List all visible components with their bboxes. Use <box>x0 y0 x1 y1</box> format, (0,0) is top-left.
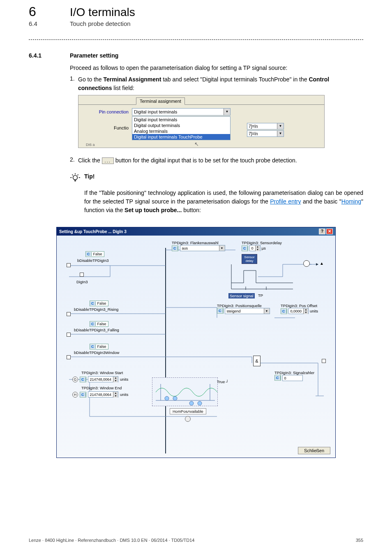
badge-h: H <box>72 392 78 398</box>
unit-label: units <box>310 309 318 313</box>
dropdown-flankenauswahl[interactable]: aus▼ <box>180 245 225 251</box>
dropdown-small[interactable]: 7]=In ▼ <box>247 130 284 137</box>
signal-label: DigIn3 <box>76 280 88 284</box>
port-icon <box>67 355 71 359</box>
tip-body: If the "Table positioning" technology ap… <box>84 189 363 215</box>
link-profile-entry[interactable]: Profile entry <box>270 198 301 205</box>
c-indicator: CFalse <box>90 344 108 349</box>
text: Go to the <box>78 76 103 83</box>
unit-label: units <box>120 377 128 382</box>
chevron-down-icon: ▼ <box>224 109 230 115</box>
label-hompos: HomPosAvailable <box>170 408 206 414</box>
dialog-title: Setting &up TouchProbe ... DigIn 3 <box>59 229 127 234</box>
label-pos-offset: TPDigIn3: Pos Offset <box>281 303 318 308</box>
c-indicator: CFalse <box>85 251 104 257</box>
touchprobe-dialog: Setting &up TouchProbe ... DigIn 3 ?✕ <box>56 227 336 458</box>
and-gate-icon: & <box>253 356 261 366</box>
port-icon <box>67 263 71 267</box>
divider <box>29 39 363 40</box>
spinner-sensordelay[interactable]: 0▲▼ <box>249 245 261 251</box>
step-number: 2. <box>70 156 78 163</box>
label-window-start: TPDigIn3: Window Start <box>81 370 123 375</box>
c-indicator: C <box>172 245 178 251</box>
signal-label: bDisableTPDigIn3_Falling <box>74 328 119 332</box>
unit-label: units <box>120 392 128 397</box>
dropdown-value: 7]=In <box>249 132 258 136</box>
page-number: 355 <box>356 538 363 543</box>
text: button for the digital input that is to … <box>115 157 297 164</box>
chevron-down-icon: ▼ <box>277 131 284 136</box>
label-pin-connection: Pin connection <box>82 109 132 114</box>
close-dialog-button[interactable]: Schließen <box>298 447 330 454</box>
listbox-options[interactable]: Digital input terminals Digital output t… <box>132 116 231 140</box>
footer-text: Lenze · 8400 HighLine · Referenzhandbuch… <box>29 538 194 543</box>
chevron-down-icon: ▼ <box>264 308 270 314</box>
step-2: 2. Click the ... button for the digital … <box>70 156 363 165</box>
label-positionsquelle: TPDigIn3: Positionsquelle <box>217 303 270 308</box>
text: button: <box>182 207 201 213</box>
unit-label: µs <box>262 246 266 250</box>
section-number: 6.4 <box>29 20 70 27</box>
bold-text: Set up touch probe... <box>125 207 182 213</box>
terminal-assignment-screenshot: Terminal assignment Pin connection Digit… <box>78 95 325 148</box>
ellipsis-button[interactable]: ... <box>102 157 114 164</box>
spinner-window-end[interactable]: 214748,0064▲▼ <box>88 391 119 398</box>
step-1: 1. Go to the Terminal Assignment tab and… <box>70 75 363 92</box>
intro-paragraph: Proceed as follows to open the parameter… <box>70 65 363 71</box>
section-title: Touch probe detection <box>70 20 131 27</box>
port-icon <box>322 359 326 363</box>
label-tp: TP <box>258 293 263 298</box>
dropdown-value: 7]=In <box>249 124 258 129</box>
label-true: True ┘ <box>217 379 229 384</box>
cursor-icon: ↖ <box>194 141 199 146</box>
label-sensor-signal: Sensor signal <box>228 293 255 298</box>
field-signalzahler[interactable]: 0 <box>282 375 303 381</box>
c-indicator: C <box>80 392 86 398</box>
tip-label: Tip! <box>84 173 95 180</box>
spinner-window-start[interactable]: 214748,0064▲▼ <box>88 376 119 382</box>
port-icon <box>80 273 84 277</box>
link-homing[interactable]: Homing <box>341 198 361 205</box>
tab-terminal-assignment[interactable]: Terminal assignment <box>136 97 185 105</box>
signal-label: bDisableTPDigIn3Window <box>74 350 119 355</box>
label-flankenauswahl: TPDigIn3: Flankenauswahl <box>172 240 225 245</box>
label-di6: DI6 a <box>86 143 95 146</box>
list-item[interactable]: Digital input terminals <box>132 117 230 123</box>
chevron-down-icon: ▼ <box>277 123 284 129</box>
label-window-end: TPDigIn3: Window End <box>81 386 122 390</box>
node-icon <box>303 260 310 267</box>
subsection-number: 6.4.1 <box>29 52 70 59</box>
c-indicator: C <box>274 375 281 381</box>
svg-point-0 <box>73 176 78 180</box>
list-item-selected[interactable]: Digital input terminals TouchProbe <box>132 134 230 140</box>
subsection-title: Parameter setting <box>70 52 118 59</box>
spinner-pos-offset[interactable]: 0,0000▲▼ <box>288 308 309 314</box>
port-icon <box>67 312 71 316</box>
svg-point-4 <box>198 401 202 405</box>
help-button[interactable]: ? <box>319 229 325 234</box>
waveform-diagram <box>152 377 218 406</box>
label-function: Functio <box>82 116 132 130</box>
list-item[interactable]: Digital output terminals <box>132 123 230 128</box>
port-icon <box>67 333 71 337</box>
c-indicator: C <box>217 308 224 314</box>
c-indicator: C <box>281 308 287 314</box>
text: tab and select "Digital input terminals … <box>161 76 309 83</box>
badge-g: G <box>72 377 78 382</box>
dropdown-value: Digital input terminals <box>134 109 177 114</box>
signal-label: bDisableTPDigIn3 <box>77 258 109 263</box>
c-indicator: C <box>80 377 86 382</box>
text: Click the <box>78 157 102 164</box>
close-button[interactable]: ✕ <box>326 229 333 234</box>
dropdown-small[interactable]: 7]=In ▼ <box>247 123 284 130</box>
c-indicator: C <box>242 245 248 251</box>
chevron-down-icon: ▼ <box>219 245 225 251</box>
sensor-chart-icon <box>229 260 295 293</box>
label-signalzahler: TPDigIn3: Signalzahler <box>274 370 314 375</box>
dropdown-positionsquelle[interactable]: steigend▼ <box>225 308 270 314</box>
label-sensordelay: TPDigIn3: Sensordelay <box>242 240 282 245</box>
c-indicator: CFalse <box>90 301 108 306</box>
bold-text: Terminal Assignment <box>103 76 161 83</box>
dropdown-pin-connection[interactable]: Digital input terminals ▼ <box>132 108 231 116</box>
list-item[interactable]: Analog terminals <box>132 128 230 134</box>
